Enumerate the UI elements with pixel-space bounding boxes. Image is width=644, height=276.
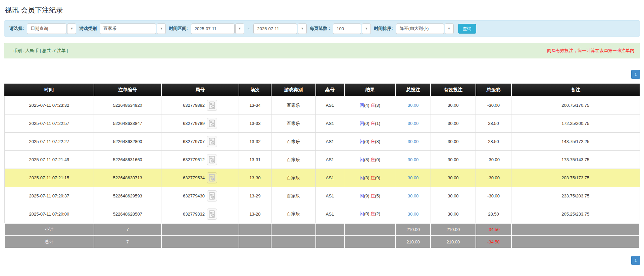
cell-round: 632779892 [161, 96, 239, 114]
cell-remark: 173.75/143.75 [511, 151, 640, 169]
cell-payout: -30.00 [476, 169, 511, 187]
page-1-button[interactable]: 1 [631, 70, 640, 79]
video-clip-icon [208, 101, 215, 109]
result-banker: 庄 [370, 193, 375, 198]
result-player: 闲 [360, 139, 364, 144]
pagination-bottom: 1 [4, 256, 640, 265]
video-clip-icon [208, 192, 215, 200]
cell-payout: 28.50 [476, 205, 511, 223]
time-sort-value[interactable]: 降幂(由大到小) [396, 24, 444, 34]
totals-empty-cell [271, 236, 316, 248]
game-type-label: 游戏类别 [79, 26, 97, 32]
table-header-row: 时间注单编号局号场次游戏类别桌号结果总投注有效投注总派彩备注 [4, 84, 640, 96]
chevron-down-icon[interactable]: ▼ [235, 24, 244, 34]
cell-table-no: AS1 [316, 205, 344, 223]
cell-valid-bet: 30.00 [431, 187, 476, 205]
cell-table-no: AS1 [316, 169, 344, 187]
table-row: 2025-07-11 07:22:27522648632800632779707… [4, 133, 640, 151]
date-to-value[interactable]: 2025-07-11 [253, 24, 297, 34]
game-type-value[interactable]: 百家乐 [100, 24, 156, 34]
total-bet-link[interactable]: 30.00 [408, 212, 419, 217]
cell-remark: 203.75/173.75 [511, 169, 640, 187]
cell-total-bet: 30.00 [396, 169, 431, 187]
cell-game-type: 百家乐 [271, 151, 316, 169]
video-replay-button[interactable] [207, 172, 217, 183]
chevron-down-icon[interactable]: ▼ [445, 24, 454, 34]
result-player-count: (0) [364, 121, 371, 126]
totals-count: 7 [94, 223, 161, 236]
time-sort-select[interactable]: 降幂(由大到小) ▼ [396, 24, 454, 34]
cell-result: 闲(8) 庄(0) [344, 151, 396, 169]
chevron-down-icon[interactable]: ▼ [67, 24, 76, 34]
totals-label: 小计 [4, 223, 94, 236]
query-type-value[interactable]: 日期查询 [27, 24, 66, 34]
page-size-select[interactable]: 100 ▼ [333, 24, 371, 34]
column-header-11: 备注 [511, 84, 640, 96]
round-number: 632779707 [183, 139, 205, 144]
chevron-down-icon[interactable]: ▼ [157, 24, 166, 34]
cell-result: 闲(0) 庄(2) [344, 205, 396, 223]
cell-payout: 28.50 [476, 133, 511, 151]
cell-table-no: AS1 [316, 96, 344, 114]
totals-total-bet: 210.00 [396, 223, 431, 236]
search-button[interactable]: 查询 [458, 24, 476, 34]
total-bet-link[interactable]: 30.00 [408, 139, 419, 144]
cell-time: 2025-07-11 07:23:32 [4, 96, 94, 114]
page-1-button[interactable]: 1 [631, 256, 640, 265]
total-bet-link[interactable]: 30.00 [408, 121, 419, 126]
totals-valid-bet: 210.00 [431, 236, 476, 248]
cell-time: 2025-07-11 07:21:15 [4, 169, 94, 187]
filter-toolbar: 请选择: 日期查询 ▼ 游戏类别 百家乐 ▼ 时间区间: 2025-07-11 … [4, 20, 640, 37]
cell-round: 632779612 [161, 151, 239, 169]
total-bet-link[interactable]: 30.00 [408, 103, 419, 108]
result-player: 闲 [360, 193, 364, 198]
cell-remark: 143.75/172.25 [511, 133, 640, 151]
date-from-value[interactable]: 2025-07-11 [191, 24, 235, 34]
cell-table-no: AS1 [316, 151, 344, 169]
video-clip-icon [208, 138, 215, 145]
result-player-count: (4) [364, 103, 371, 108]
total-bet-link[interactable]: 30.00 [408, 193, 419, 198]
chevron-down-icon[interactable]: ▼ [362, 24, 371, 34]
cell-total-bet: 30.00 [396, 133, 431, 151]
totals-valid-bet: 210.00 [431, 223, 476, 236]
result-player: 闲 [360, 211, 364, 216]
cell-time: 2025-07-11 07:20:37 [4, 187, 94, 205]
total-bet-link[interactable]: 30.00 [408, 175, 419, 180]
cell-round: 632779534 [161, 169, 239, 187]
cell-remark: 200.75/170.75 [511, 96, 640, 114]
page-size-value[interactable]: 100 [333, 24, 361, 34]
cell-round: 632779332 [161, 205, 239, 223]
totals-empty-cell [161, 223, 239, 236]
cell-session: 13-30 [239, 169, 271, 187]
round-number: 632779612 [183, 157, 205, 162]
table-row: 2025-07-11 07:21:49522648631660632779612… [4, 151, 640, 169]
table-row: 2025-07-11 07:23:32522648634920632779892… [4, 96, 640, 114]
cell-valid-bet: 30.00 [431, 169, 476, 187]
video-replay-button[interactable] [207, 118, 217, 129]
game-type-select[interactable]: 百家乐 ▼ [100, 24, 166, 34]
cell-session: 13-29 [239, 187, 271, 205]
query-type-select[interactable]: 日期查询 ▼ [27, 24, 76, 34]
page-title: 视讯 会员下注纪录 [5, 5, 640, 15]
column-header-10: 总派彩 [476, 84, 511, 96]
result-player-count: (9) [364, 193, 371, 198]
cell-payout: -30.00 [476, 96, 511, 114]
result-banker-count: (2) [375, 211, 380, 216]
video-replay-button[interactable] [207, 190, 217, 201]
video-replay-button[interactable] [207, 209, 217, 220]
round-number: 632779332 [183, 212, 205, 217]
date-to-select[interactable]: 2025-07-11 ▼ [253, 24, 307, 34]
totals-total-bet: 210.00 [396, 236, 431, 248]
video-replay-button[interactable] [207, 154, 217, 165]
cell-bet-id: 522648630713 [94, 169, 161, 187]
total-bet-link[interactable]: 30.00 [408, 157, 419, 162]
totals-empty-cell [511, 223, 640, 236]
column-header-2: 注单编号 [94, 84, 161, 96]
chevron-down-icon[interactable]: ▼ [298, 24, 307, 34]
video-replay-button[interactable] [207, 136, 217, 147]
result-banker: 庄 [370, 211, 375, 216]
cell-result: 闲(3) 庄(9) [344, 169, 396, 187]
video-replay-button[interactable] [207, 100, 217, 111]
date-from-select[interactable]: 2025-07-11 ▼ [191, 24, 244, 34]
